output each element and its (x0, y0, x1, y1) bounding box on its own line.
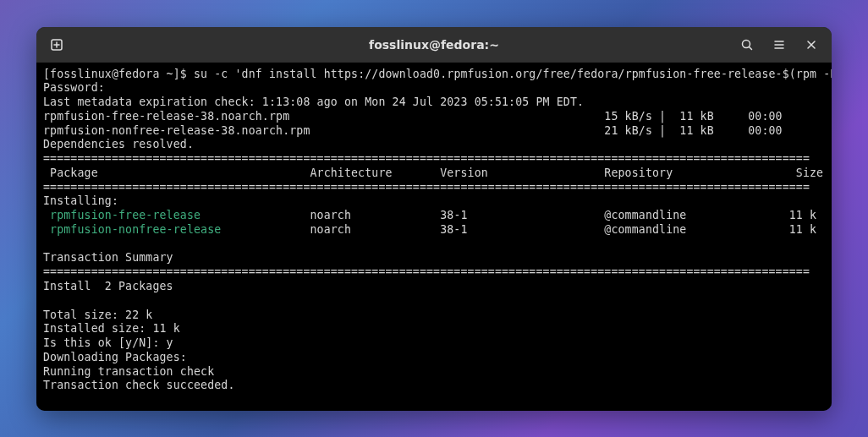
trans-succeeded: Transaction check succeeded. (43, 379, 235, 391)
download-line: rpmfusion-free-release-38.noarch.rpm 15 … (43, 110, 810, 123)
window-title: fosslinux@fedora:~ (369, 38, 499, 52)
close-icon (805, 39, 817, 51)
search-icon (740, 38, 754, 52)
total-size: Total size: 22 k (43, 309, 152, 321)
downloading-label: Downloading Packages: (43, 351, 187, 363)
metadata-line: Last metadata expiration check: 1:13:08 … (43, 96, 584, 108)
menu-button[interactable] (766, 31, 793, 58)
shell-prompt: [fosslinux@fedora ~]$ (43, 68, 194, 80)
password-prompt: Password: (43, 81, 112, 94)
close-button[interactable] (798, 31, 825, 58)
hr-line: ========================================… (43, 265, 810, 278)
install-count: Install 2 Packages (43, 280, 173, 292)
command-text: su -c 'dnf install https://download0.rpm… (194, 68, 832, 80)
search-button[interactable] (733, 31, 761, 58)
new-tab-icon (50, 38, 63, 52)
hr-line: ========================================… (43, 181, 810, 194)
download-line: rpmfusion-nonfree-release-38.noarch.rpm … (43, 124, 810, 137)
package-row: noarch 38-1 @commandline 11 k (221, 223, 816, 236)
new-tab-button[interactable] (43, 31, 70, 58)
package-name: rpmfusion-nonfree-release (43, 223, 221, 236)
package-row: noarch 38-1 @commandline 11 k (201, 209, 816, 221)
package-name: rpmfusion-free-release (43, 209, 201, 221)
table-header: Package Architecture Version Repository … (43, 167, 823, 179)
titlebar: fosslinux@fedora:~ (36, 27, 832, 63)
installing-label: Installing: (43, 194, 118, 207)
terminal-window: fosslinux@fedora:~ [fosslinux@fedora ~]$… (36, 27, 832, 411)
confirm-prompt: Is this ok [y/N]: y (43, 336, 173, 349)
installed-size: Installed size: 11 k (43, 322, 180, 335)
hr-line: ========================================… (43, 152, 810, 165)
titlebar-controls (733, 31, 825, 58)
hamburger-icon (772, 38, 786, 52)
trans-check: Running transaction check (43, 365, 214, 378)
deps-resolved: Dependencies resolved. (43, 138, 194, 150)
terminal-content[interactable]: [fosslinux@fedora ~]$ su -c 'dnf install… (36, 63, 832, 411)
transaction-summary: Transaction Summary (43, 251, 173, 264)
